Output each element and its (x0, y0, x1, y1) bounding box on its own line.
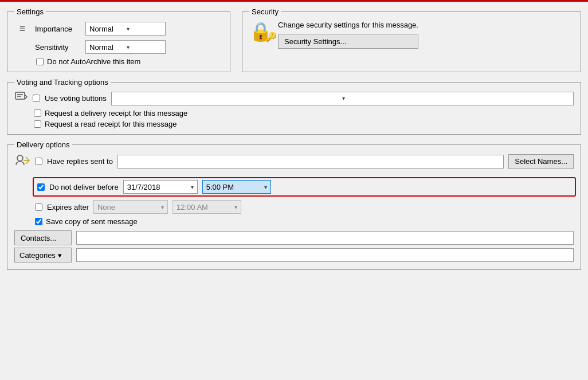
delivery-receipt-label: Request a delivery receipt for this mess… (45, 109, 187, 117)
do-not-deliver-time-value: 5:00 PM (206, 183, 234, 191)
autoarchive-row: Do not AutoArchive this item (15, 57, 223, 66)
settings-icon: ≡ (14, 21, 30, 37)
delivery-fieldset: Delivery options Have replies sent to Se… (7, 140, 581, 270)
autoarchive-checkbox[interactable] (36, 58, 44, 65)
delivery-receipt-row: Request a delivery receipt for this mess… (15, 109, 574, 117)
security-fieldset: Security 🔒 🔑 Change security settings fo… (242, 7, 581, 72)
sensitivity-label: Sensitivity (35, 43, 81, 52)
importance-label: Importance (35, 25, 81, 33)
do-not-deliver-row: Do not deliver before 31/7/2018 ▾ 5:00 P… (33, 177, 576, 197)
have-replies-label: Have replies sent to (47, 157, 113, 166)
expires-after-date-value: None (97, 203, 115, 211)
categories-button[interactable]: Categories ▾ (14, 248, 72, 263)
expires-date-arrow-icon: ▾ (161, 204, 164, 210)
expires-after-row: Expires after None ▾ 12:00 AM ▾ (14, 200, 574, 214)
voting-fieldset: Voting and Tracking options Use voting b… (7, 78, 581, 135)
save-copy-checkbox[interactable] (35, 218, 42, 225)
sensitivity-value: Normal (89, 43, 124, 52)
settings-fieldset: Settings ≡ Importance Normal ▾ Sensitivi… (7, 7, 230, 72)
do-not-deliver-time-dropdown[interactable]: 5:00 PM ▾ (202, 180, 271, 194)
do-not-deliver-date-value: 31/7/2018 (127, 183, 160, 191)
delivery-icon (14, 152, 30, 170)
contacts-input[interactable] (76, 231, 574, 245)
expires-after-checkbox[interactable] (35, 203, 42, 211)
time-arrow-icon: ▾ (264, 184, 267, 190)
security-text-area: Change security settings for this messag… (278, 21, 418, 49)
key-icon: 🔑 (265, 32, 277, 42)
save-copy-label: Save copy of sent message (46, 217, 138, 226)
voting-legend: Voting and Tracking options (14, 78, 111, 87)
voting-dropdown-arrow-icon: ▾ (342, 95, 570, 101)
delivery-receipt-checkbox[interactable] (34, 109, 41, 117)
importance-value: Normal (89, 25, 124, 33)
sensitivity-row: Sensitivity Normal ▾ (14, 40, 223, 54)
sensitivity-dropdown[interactable]: Normal ▾ (85, 40, 166, 54)
expires-after-label: Expires after (47, 203, 89, 211)
expires-after-date-dropdown[interactable]: None ▾ (93, 200, 168, 214)
do-not-deliver-label: Do not deliver before (49, 183, 119, 191)
read-receipt-checkbox[interactable] (34, 120, 41, 128)
do-not-deliver-date-dropdown[interactable]: 31/7/2018 ▾ (123, 180, 198, 194)
voting-icon (14, 90, 28, 107)
categories-button-label: Categories (19, 251, 56, 260)
date-arrow-icon: ▾ (191, 184, 194, 190)
delivery-legend: Delivery options (14, 140, 72, 149)
svg-rect-0 (15, 92, 25, 99)
security-legend: Security (249, 7, 281, 16)
lock-icon-wrapper: 🔒 🔑 (249, 21, 272, 42)
expires-after-time-value: 12:00 AM (177, 203, 208, 211)
select-names-button[interactable]: Select Names... (508, 154, 574, 169)
categories-arrow-icon: ▾ (58, 251, 62, 260)
read-receipt-row: Request a read receipt for this message (15, 120, 574, 128)
contacts-row: Contacts... (14, 230, 574, 245)
svg-point-3 (17, 155, 23, 161)
sensitivity-arrow-icon: ▾ (127, 44, 162, 50)
voting-buttons-label: Use voting buttons (45, 94, 107, 103)
categories-row: Categories ▾ None (14, 248, 574, 263)
have-replies-row: Have replies sent to Select Names... (14, 152, 574, 170)
security-content: 🔒 🔑 Change security settings for this me… (249, 21, 574, 49)
voting-section: Voting and Tracking options Use voting b… (7, 78, 581, 135)
contacts-button[interactable]: Contacts... (14, 230, 72, 245)
categories-input[interactable]: None (76, 248, 574, 262)
have-replies-checkbox[interactable] (35, 158, 42, 165)
main-container: Settings ≡ Importance Normal ▾ Sensitivi… (0, 0, 588, 276)
voting-buttons-dropdown[interactable]: ▾ (111, 92, 574, 105)
security-description: Change security settings for this messag… (278, 21, 418, 29)
settings-legend: Settings (14, 7, 46, 16)
importance-dropdown[interactable]: Normal ▾ (85, 22, 166, 36)
expires-after-time-dropdown[interactable]: 12:00 AM ▾ (173, 200, 241, 214)
save-copy-row: Save copy of sent message (14, 217, 574, 226)
expires-time-arrow-icon: ▾ (234, 204, 237, 210)
voting-buttons-checkbox[interactable] (33, 95, 40, 102)
autoarchive-label: Do not AutoArchive this item (47, 57, 140, 66)
read-receipt-label: Request a read receipt for this message (45, 120, 177, 128)
top-row: Settings ≡ Importance Normal ▾ Sensitivi… (7, 7, 581, 72)
security-settings-button[interactable]: Security Settings... (278, 34, 418, 49)
do-not-deliver-checkbox[interactable] (37, 183, 45, 191)
importance-row: ≡ Importance Normal ▾ (14, 21, 223, 37)
voting-buttons-row: Use voting buttons ▾ (14, 90, 574, 107)
importance-arrow-icon: ▾ (127, 26, 162, 32)
have-replies-input[interactable] (117, 155, 504, 169)
